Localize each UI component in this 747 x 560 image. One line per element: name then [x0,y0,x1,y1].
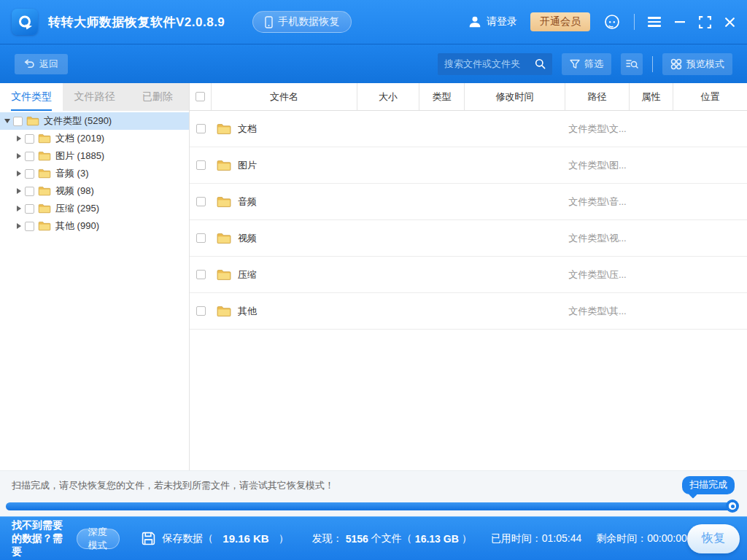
row-checkbox[interactable] [196,197,206,206]
advanced-search-button[interactable] [621,53,643,75]
tree-item-video[interactable]: 视频 (98) [0,182,189,200]
tree-item-checkbox[interactable] [25,222,34,231]
file-name-cell: 音频 [212,195,357,209]
content-area: 文件类型 文件路径 已删除 文件类型 (5290) 文档 (2019) [0,83,747,470]
menu-button[interactable] [648,17,661,27]
caret-right-icon[interactable] [17,223,21,229]
row-checkbox[interactable] [196,124,206,133]
file-name-cell: 图片 [212,159,357,172]
folder-icon [217,233,231,244]
row-checkbox[interactable] [196,306,206,316]
table-header: 文件名 大小 类型 修改时间 路径 属性 位置 [190,83,747,111]
scan-status-bar: 扫描完成，请尽快恢复您的文件，若未找到所需文件，请尝试其它恢复模式！ 扫描完成 [0,470,747,516]
save-icon [142,532,155,545]
preview-mode-button[interactable]: 预览模式 [662,53,732,75]
path-cell: 文件类型\视... [565,232,630,245]
folder-icon [38,221,51,231]
caret-right-icon[interactable] [17,153,21,159]
remaining-time: 剩余时间：00:00:00 [596,532,687,545]
filter-search-icon [626,58,638,69]
filter-button[interactable]: 筛选 [562,53,611,75]
minimize-button[interactable] [674,16,686,28]
column-header-size[interactable]: 大小 [357,83,419,110]
table-row[interactable]: 视频 文件类型\视... [190,220,747,257]
folder-icon [217,123,231,135]
user-icon [468,15,481,28]
save-data-group[interactable]: 保存数据（19.16 KB） [142,532,288,545]
table-row[interactable]: 压缩 文件类型\压... [190,257,747,293]
bottom-bar: 找不到需要的数据？需要 深度模式 保存数据（19.16 KB） 发现：5156个… [0,516,747,560]
title-bar: 转转大师数据恢复软件V2.0.8.9 手机数据恢复 请登录 开通会员 [0,0,747,44]
tree-item-archive[interactable]: 压缩 (295) [0,200,189,217]
tree-item-checkbox[interactable] [25,134,34,144]
file-name-cell: 视频 [212,232,357,245]
tree-item-checkbox[interactable] [25,152,34,161]
caret-down-icon[interactable] [4,119,10,123]
column-header-location[interactable]: 位置 [673,83,747,110]
tree-item-checkbox[interactable] [25,169,34,179]
progress-knob[interactable] [726,499,739,513]
table-row[interactable]: 音频 文件类型\音... [190,184,747,220]
tree-root-checkbox[interactable] [13,117,23,126]
save-label: 保存数据（ [162,532,213,545]
tab-file-type[interactable]: 文件类型 [0,83,63,111]
path-cell: 文件类型\其... [565,305,630,318]
search-icon[interactable] [535,58,546,69]
folder-icon [38,151,51,161]
maximize-button[interactable] [699,16,711,28]
phone-icon [265,16,273,28]
login-button[interactable]: 请登录 [468,15,517,28]
found-files-summary: 发现：5156个文件（16.13 GB） [312,532,472,545]
tree-root-file-type[interactable]: 文件类型 (5290) [0,112,189,130]
folder-icon [217,269,231,281]
tab-deleted[interactable]: 已删除 [126,83,189,111]
tree-item-other[interactable]: 其他 (990) [0,217,189,235]
tree-item-documents[interactable]: 文档 (2019) [0,130,189,147]
back-button[interactable]: 返回 [15,54,68,74]
path-cell: 文件类型\图... [565,159,630,172]
file-name-cell: 压缩 [212,268,357,281]
tree-item-checkbox[interactable] [25,187,34,196]
table-row[interactable]: 文档 文件类型\文... [190,111,747,147]
close-button[interactable] [724,17,735,28]
table-row[interactable]: 图片 文件类型\图... [190,147,747,184]
customer-service-icon[interactable] [603,13,621,31]
path-cell: 文件类型\文... [565,122,630,136]
caret-right-icon[interactable] [17,188,21,194]
found-size: 16.13 GB [415,533,459,545]
app-logo-icon [12,9,38,35]
sidebar-tabs: 文件类型 文件路径 已删除 [0,83,189,111]
tree-item-audio[interactable]: 音频 (3) [0,165,189,182]
caret-right-icon[interactable] [17,171,21,176]
tree-item-pictures[interactable]: 图片 (1885) [0,147,189,165]
column-header-filename[interactable]: 文件名 [212,83,357,110]
search-box[interactable] [438,53,552,75]
file-table: 文件名 大小 类型 修改时间 路径 属性 位置 文档 文件类型\文... 图片 [190,83,747,470]
folder-icon [217,160,231,171]
row-checkbox[interactable] [196,233,206,243]
select-all-checkbox[interactable] [196,92,205,101]
tab-file-path[interactable]: 文件路径 [63,83,125,111]
toolbar: 返回 筛选 [0,44,747,83]
column-header-path[interactable]: 路径 [565,83,630,110]
recover-button[interactable]: 恢复 [687,524,740,553]
table-row[interactable]: 其他 文件类型\其... [190,293,747,330]
scan-progress-bar [6,502,735,510]
folder-icon [26,116,39,126]
folder-icon [38,186,51,196]
phone-data-recovery-button[interactable]: 手机数据恢复 [252,11,352,33]
tree-item-checkbox[interactable] [25,204,34,214]
row-checkbox[interactable] [196,160,206,170]
row-checkbox[interactable] [196,270,206,279]
caret-right-icon[interactable] [17,206,21,211]
column-header-type[interactable]: 类型 [419,83,465,110]
column-header-attr[interactable]: 属性 [630,83,673,110]
caret-right-icon[interactable] [17,136,21,141]
open-vip-button[interactable]: 开通会员 [530,12,590,31]
deep-mode-button[interactable]: 深度模式 [77,529,120,549]
app-title: 转转大师数据恢复软件V2.0.8.9 [48,14,225,31]
column-header-mtime[interactable]: 修改时间 [465,83,565,110]
search-input[interactable] [444,58,535,69]
path-cell: 文件类型\音... [565,195,630,209]
folder-icon [217,306,231,317]
